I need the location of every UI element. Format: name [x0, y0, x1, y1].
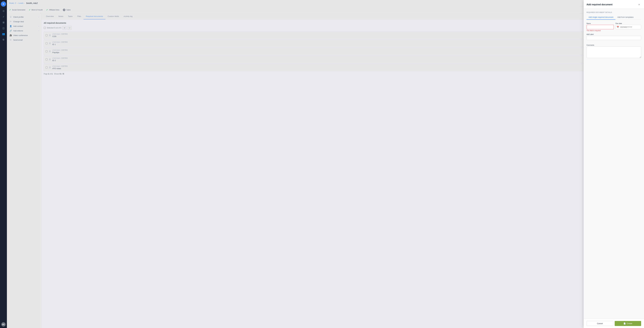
nav-icon-settings[interactable]: ⚙: [1, 37, 6, 42]
pipeline-step-4[interactable]: S Sales: [63, 8, 70, 11]
pipeline-step-label-2: Word of mouth: [32, 9, 43, 11]
modal-tab-templates[interactable]: Add from templates: [616, 15, 636, 20]
doc-info-4: 27/07/2023 0 BYTES ATO notes: [52, 65, 640, 70]
filter-button[interactable]: ▽: [68, 26, 72, 30]
breadcrumb: Deals: 0 › Leads ›: [9, 2, 25, 4]
add-label-input[interactable]: [586, 36, 641, 40]
doc-badge-2: 0 BYTES: [61, 49, 68, 51]
tab-required-documents[interactable]: Required documents: [84, 13, 105, 19]
side-item-send-email[interactable]: ✉ Send email: [7, 38, 41, 42]
modal-close-button[interactable]: ×: [637, 2, 641, 6]
cancel-button[interactable]: Cancel: [586, 321, 613, 326]
modal-tab-single[interactable]: Add single required document: [586, 15, 616, 20]
doc-checkbox-4[interactable]: [46, 66, 48, 68]
modal-header: Add required document ×: [584, 0, 644, 9]
create-button[interactable]: 📄 Create: [615, 321, 641, 326]
doc-checkbox-3[interactable]: [46, 58, 48, 60]
pipeline-bar: ✔ Social Generated ✔ Word of mouth ✔ Aff…: [7, 6, 644, 13]
tab-custom-fields[interactable]: Custom fields: [105, 13, 121, 19]
tab-files[interactable]: Files: [75, 13, 84, 19]
doc-date-3: 27/07/2023: [52, 57, 60, 59]
check-icon-3: ✔: [46, 8, 48, 11]
tab-tasks[interactable]: Tasks: [66, 13, 75, 19]
side-item-change-deal[interactable]: ⟳ Change deal: [7, 19, 41, 24]
nav-icon-check[interactable]: ✓: [1, 14, 6, 19]
select-all-checkbox[interactable]: [44, 27, 46, 29]
side-item-change-deal-label: Change deal: [13, 20, 24, 23]
pipeline-step-label-1: Social Generated: [12, 9, 25, 11]
side-item-client-profile[interactable]: ☰ Client profile ›: [7, 15, 41, 19]
nav-icon-users[interactable]: 👥: [1, 31, 6, 36]
calendar-icon: 📅: [617, 26, 619, 28]
nav-icon-deals[interactable]: ⊙: [1, 8, 6, 13]
side-item-add-contact-label: Add contact: [13, 25, 23, 27]
add-contact-icon: 👤: [9, 25, 12, 27]
doc-meta-1: 27/07/2023 0 BYTES: [52, 41, 640, 43]
doc-info-1: 27/07/2023 0 BYTES ID 1: [52, 41, 640, 45]
nav-icon-reports[interactable]: ◫: [1, 25, 6, 31]
name-error-message: This field is required: [586, 30, 614, 31]
nav-icon-contacts[interactable]: ⊞: [1, 20, 6, 25]
tab-activity-log[interactable]: Activity log: [121, 13, 135, 19]
pipeline-step-label-3: Affiliated links: [49, 9, 59, 11]
tab-notes[interactable]: Notes: [56, 13, 66, 19]
side-item-add-contact[interactable]: 👤 Add contact ›: [7, 24, 41, 28]
doc-row-1[interactable]: ☰ 27/07/2023 0 BYTES ID 1: [44, 40, 642, 47]
doc-date-0: 27/07/2023: [52, 33, 60, 35]
doc-date-2: 27/07/2023: [52, 49, 60, 51]
name-input[interactable]: [586, 25, 614, 29]
form-group-label: Add Label: [586, 33, 641, 42]
doc-badge-4: 0 BYTES: [61, 65, 68, 67]
pipeline-step-label-4: Sales: [66, 9, 70, 11]
pipeline-step-3[interactable]: ✔ Affiliated links: [46, 8, 59, 11]
side-item-video-conference-label: Video conference: [13, 34, 28, 36]
doc-badge-1: 0 BYTES: [61, 41, 68, 43]
side-item-video-conference[interactable]: 🎥 Video conference: [7, 33, 41, 38]
doc-meta-4: 27/07/2023 0 BYTES: [52, 65, 640, 67]
tab-overview[interactable]: Overview: [44, 13, 56, 19]
pipeline-step-2[interactable]: ✔ Word of mouth: [29, 8, 43, 11]
breadcrumb-leads[interactable]: Leads: [18, 2, 24, 4]
app-logo[interactable]: D: [1, 1, 6, 6]
doc-name-0: COS: [52, 35, 640, 37]
refresh-button[interactable]: ↺: [62, 26, 66, 30]
side-item-send-email-label: Send email: [13, 39, 22, 41]
page-title: Smith, A&Z: [26, 2, 38, 4]
current-page: 1: [48, 73, 49, 75]
side-item-add-referrer-label: Add referrer: [13, 30, 23, 32]
form-group-comments: Comments: [586, 44, 641, 58]
chevron-right-icon-3: ›: [38, 30, 39, 32]
selected-label: Selected 0 out of 5: [47, 27, 61, 29]
avatar-icon-4: S: [63, 8, 66, 11]
due-date-label: Due date: [616, 22, 641, 24]
doc-meta-3: 27/07/2023 0 BYTES: [52, 57, 640, 59]
section-label: REQUIRED DOCUMENT DETAILS: [586, 12, 641, 13]
doc-info-3: 27/07/2023 0 BYTES ID 2: [52, 57, 640, 62]
add-referrer-icon: 🔗: [9, 29, 12, 32]
doc-name-4: ATO notes: [52, 67, 640, 70]
doc-row-4[interactable]: ☰ 27/07/2023 0 BYTES ATO notes: [44, 64, 642, 71]
due-date-input[interactable]: [616, 25, 641, 29]
comments-textarea[interactable]: [586, 46, 641, 58]
doc-checkbox-0[interactable]: [46, 34, 48, 36]
doc-row-0[interactable]: ☰ 27/07/2023 0 BYTES COS: [44, 31, 642, 39]
doc-info-0: 27/07/2023 0 BYTES COS: [52, 33, 640, 37]
breadcrumb-deals[interactable]: Deals: 0: [9, 2, 16, 4]
doc-date-1: 27/07/2023: [52, 41, 60, 43]
modal-body: REQUIRED DOCUMENT DETAILS Add single req…: [584, 9, 644, 319]
doc-checkbox-2[interactable]: [46, 50, 48, 52]
create-label: Create: [626, 323, 632, 325]
check-icon-1: ✔: [9, 8, 11, 11]
doc-row-2[interactable]: ☰ 27/07/2023 0 BYTES Payslips: [44, 48, 642, 55]
avatar[interactable]: MC: [1, 322, 6, 327]
pipeline-step-1[interactable]: ✔ Social Generated: [9, 8, 25, 11]
pagination: Page 1 of 1 Shown 5 of 5: [44, 73, 642, 75]
total-pages: 1: [52, 73, 52, 75]
side-panel: ☰ Client profile › ⟳ Change deal 👤 Add c…: [7, 13, 42, 328]
doc-badge-0: 0 BYTES: [61, 33, 68, 35]
doc-name-2: Payslips: [52, 51, 640, 53]
doc-row-3[interactable]: ☰ 27/07/2023 0 BYTES ID 2: [44, 56, 642, 63]
side-item-add-referrer[interactable]: 🔗 Add referrer ›: [7, 28, 41, 33]
doc-checkbox-1[interactable]: [46, 42, 48, 44]
doc-badge-3: 0 BYTES: [61, 57, 68, 59]
